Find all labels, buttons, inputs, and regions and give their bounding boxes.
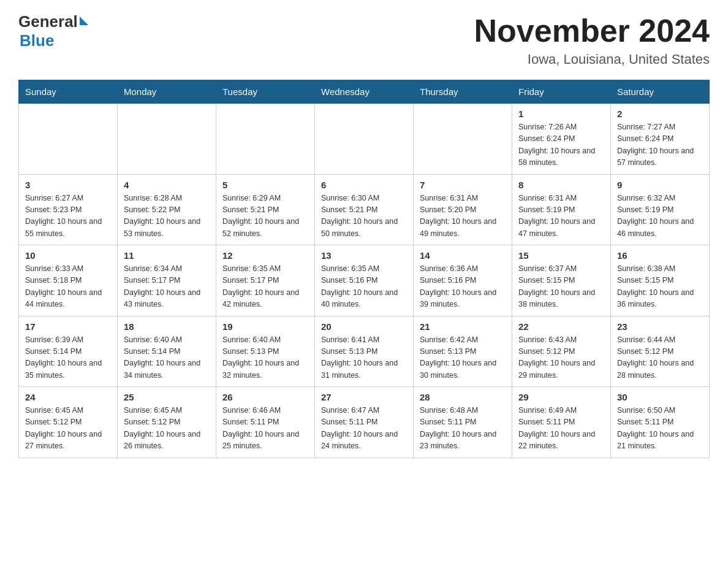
day-info: Sunrise: 6:49 AM Sunset: 5:11 PM Dayligh… [518,405,604,453]
calendar-cell-w0-d3 [315,104,414,175]
calendar-cell-w3-d2: 19Sunrise: 6:40 AM Sunset: 5:13 PM Dayli… [216,316,315,387]
calendar-cell-w1-d0: 3Sunrise: 6:27 AM Sunset: 5:23 PM Daylig… [19,174,118,245]
calendar-cell-w0-d5: 1Sunrise: 7:26 AM Sunset: 6:24 PM Daylig… [512,104,611,175]
day-number: 3 [25,180,111,190]
header-thursday: Thursday [414,80,512,104]
day-number: 2 [617,109,703,119]
day-info: Sunrise: 6:31 AM Sunset: 5:19 PM Dayligh… [518,193,604,240]
day-number: 4 [124,180,210,190]
day-info: Sunrise: 6:32 AM Sunset: 5:19 PM Dayligh… [617,193,703,240]
day-number: 25 [124,392,210,402]
day-info: Sunrise: 6:43 AM Sunset: 5:12 PM Dayligh… [518,334,604,382]
day-info: Sunrise: 6:46 AM Sunset: 5:11 PM Dayligh… [222,405,308,453]
calendar-cell-w4-d5: 29Sunrise: 6:49 AM Sunset: 5:11 PM Dayli… [512,387,611,458]
day-number: 14 [420,250,506,261]
calendar-cell-w1-d2: 5Sunrise: 6:29 AM Sunset: 5:21 PM Daylig… [216,174,315,245]
day-info: Sunrise: 6:27 AM Sunset: 5:23 PM Dayligh… [25,193,111,240]
day-header-row: Sunday Monday Tuesday Wednesday Thursday… [19,80,710,104]
calendar-cell-w1-d3: 6Sunrise: 6:30 AM Sunset: 5:21 PM Daylig… [315,174,414,245]
calendar-cell-w0-d6: 2Sunrise: 7:27 AM Sunset: 6:24 PM Daylig… [611,104,710,175]
day-number: 12 [222,250,308,261]
day-info: Sunrise: 7:26 AM Sunset: 6:24 PM Dayligh… [518,121,604,169]
week-row-4: 24Sunrise: 6:45 AM Sunset: 5:12 PM Dayli… [19,387,710,458]
calendar-cell-w2-d4: 14Sunrise: 6:36 AM Sunset: 5:16 PM Dayli… [414,245,512,316]
header-tuesday: Tuesday [216,80,315,104]
day-info: Sunrise: 6:48 AM Sunset: 5:11 PM Dayligh… [420,405,506,453]
calendar-cell-w0-d0 [19,104,118,175]
logo-blue: Blue [20,31,88,50]
day-number: 28 [420,392,506,402]
header-monday: Monday [118,80,216,104]
day-info: Sunrise: 6:47 AM Sunset: 5:11 PM Dayligh… [321,405,407,453]
title-section: November 2024 Iowa, Louisiana, United St… [474,12,710,67]
day-number: 21 [420,321,506,332]
logo-general: General [18,12,78,31]
calendar-cell-w1-d4: 7Sunrise: 6:31 AM Sunset: 5:20 PM Daylig… [414,174,512,245]
logo-arrow-icon [80,17,88,25]
day-info: Sunrise: 6:41 AM Sunset: 5:13 PM Dayligh… [321,334,407,382]
calendar-cell-w3-d4: 21Sunrise: 6:42 AM Sunset: 5:13 PM Dayli… [414,316,512,387]
calendar-cell-w2-d1: 11Sunrise: 6:34 AM Sunset: 5:17 PM Dayli… [118,245,216,316]
calendar-subtitle: Iowa, Louisiana, United States [474,52,710,67]
day-number: 29 [518,392,604,402]
day-info: Sunrise: 6:31 AM Sunset: 5:20 PM Dayligh… [420,193,506,240]
header-friday: Friday [512,80,611,104]
calendar-cell-w2-d2: 12Sunrise: 6:35 AM Sunset: 5:17 PM Dayli… [216,245,315,316]
day-info: Sunrise: 6:45 AM Sunset: 5:12 PM Dayligh… [25,405,111,453]
day-number: 22 [518,321,604,332]
calendar-cell-w2-d0: 10Sunrise: 6:33 AM Sunset: 5:18 PM Dayli… [19,245,118,316]
calendar-cell-w4-d1: 25Sunrise: 6:45 AM Sunset: 5:12 PM Dayli… [118,387,216,458]
week-row-0: 1Sunrise: 7:26 AM Sunset: 6:24 PM Daylig… [19,104,710,175]
day-number: 5 [222,180,308,190]
day-info: Sunrise: 6:42 AM Sunset: 5:13 PM Dayligh… [420,334,506,382]
header-wednesday: Wednesday [315,80,414,104]
day-number: 13 [321,250,407,261]
calendar-cell-w3-d3: 20Sunrise: 6:41 AM Sunset: 5:13 PM Dayli… [315,316,414,387]
calendar-cell-w0-d2 [216,104,315,175]
week-row-2: 10Sunrise: 6:33 AM Sunset: 5:18 PM Dayli… [19,245,710,316]
calendar-cell-w4-d0: 24Sunrise: 6:45 AM Sunset: 5:12 PM Dayli… [19,387,118,458]
calendar-body: 1Sunrise: 7:26 AM Sunset: 6:24 PM Daylig… [19,104,710,458]
calendar-cell-w4-d2: 26Sunrise: 6:46 AM Sunset: 5:11 PM Dayli… [216,387,315,458]
day-info: Sunrise: 6:45 AM Sunset: 5:12 PM Dayligh… [124,405,210,453]
day-info: Sunrise: 6:39 AM Sunset: 5:14 PM Dayligh… [25,334,111,382]
calendar-cell-w2-d3: 13Sunrise: 6:35 AM Sunset: 5:16 PM Dayli… [315,245,414,316]
day-info: Sunrise: 6:34 AM Sunset: 5:17 PM Dayligh… [124,263,210,311]
header-sunday: Sunday [19,80,118,104]
calendar-cell-w1-d1: 4Sunrise: 6:28 AM Sunset: 5:22 PM Daylig… [118,174,216,245]
day-info: Sunrise: 6:36 AM Sunset: 5:16 PM Dayligh… [420,263,506,311]
calendar-cell-w0-d1 [118,104,216,175]
logo: General Blue [18,12,88,50]
day-info: Sunrise: 6:33 AM Sunset: 5:18 PM Dayligh… [25,263,111,311]
day-number: 24 [25,392,111,402]
day-info: Sunrise: 7:27 AM Sunset: 6:24 PM Dayligh… [617,121,703,169]
day-number: 6 [321,180,407,190]
day-number: 17 [25,321,111,332]
day-info: Sunrise: 6:50 AM Sunset: 5:11 PM Dayligh… [617,405,703,453]
week-row-1: 3Sunrise: 6:27 AM Sunset: 5:23 PM Daylig… [19,174,710,245]
day-number: 20 [321,321,407,332]
calendar-cell-w3-d1: 18Sunrise: 6:40 AM Sunset: 5:14 PM Dayli… [118,316,216,387]
header-saturday: Saturday [611,80,710,104]
day-number: 1 [518,109,604,119]
day-info: Sunrise: 6:44 AM Sunset: 5:12 PM Dayligh… [617,334,703,382]
calendar-cell-w3-d6: 23Sunrise: 6:44 AM Sunset: 5:12 PM Dayli… [611,316,710,387]
day-number: 11 [124,250,210,261]
day-number: 27 [321,392,407,402]
day-number: 16 [617,250,703,261]
week-row-3: 17Sunrise: 6:39 AM Sunset: 5:14 PM Dayli… [19,316,710,387]
calendar-cell-w4-d4: 28Sunrise: 6:48 AM Sunset: 5:11 PM Dayli… [414,387,512,458]
day-info: Sunrise: 6:38 AM Sunset: 5:15 PM Dayligh… [617,263,703,311]
calendar-title: November 2024 [474,12,710,49]
day-info: Sunrise: 6:28 AM Sunset: 5:22 PM Dayligh… [124,193,210,240]
day-info: Sunrise: 6:35 AM Sunset: 5:17 PM Dayligh… [222,263,308,311]
day-info: Sunrise: 6:37 AM Sunset: 5:15 PM Dayligh… [518,263,604,311]
day-number: 19 [222,321,308,332]
day-info: Sunrise: 6:35 AM Sunset: 5:16 PM Dayligh… [321,263,407,311]
day-info: Sunrise: 6:30 AM Sunset: 5:21 PM Dayligh… [321,193,407,240]
calendar-cell-w1-d5: 8Sunrise: 6:31 AM Sunset: 5:19 PM Daylig… [512,174,611,245]
calendar-cell-w3-d0: 17Sunrise: 6:39 AM Sunset: 5:14 PM Dayli… [19,316,118,387]
calendar-cell-w0-d4 [414,104,512,175]
day-number: 23 [617,321,703,332]
day-number: 8 [518,180,604,190]
